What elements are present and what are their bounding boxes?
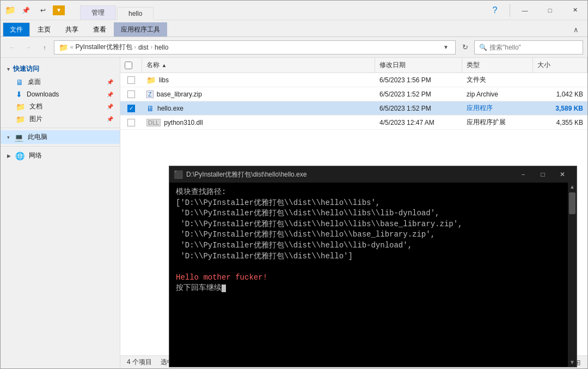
exe-icon: 🖥 bbox=[146, 104, 154, 113]
path-dropdown-button[interactable]: ▼ bbox=[441, 43, 451, 51]
sidebar-item-documents[interactable]: 📁 文档 📌 bbox=[1, 100, 120, 113]
breadcrumb-segment-2: dist bbox=[138, 44, 149, 51]
desktop-icon: 🖥 bbox=[16, 78, 23, 87]
file-name-dll: DLL python310.dll bbox=[142, 116, 375, 129]
col-header-name[interactable]: 名称 ▲ bbox=[142, 58, 375, 72]
undo-button[interactable]: ↩ bbox=[35, 3, 51, 18]
console-title-text: D:\PyInstaller优雅打包\dist\hello\hello.exe bbox=[186, 170, 513, 179]
ribbon-tab-file[interactable]: 文件 bbox=[3, 22, 30, 37]
tab-hello[interactable]: hello bbox=[117, 7, 154, 20]
console-cursor bbox=[222, 285, 226, 292]
documents-icon: 📁 bbox=[16, 102, 25, 111]
sidebar-item-network[interactable]: ▶ 🌐 网络 bbox=[1, 149, 120, 162]
file-modified-libs: 6/5/2023 1:56 PM bbox=[375, 73, 462, 87]
file-type-libs: 文件夹 bbox=[462, 73, 533, 87]
this-pc-label: 此电脑 bbox=[28, 132, 47, 142]
checkbox-dll[interactable] bbox=[127, 119, 135, 126]
checkbox-zip[interactable] bbox=[127, 90, 135, 98]
console-red-text: Hello mother fucker! bbox=[176, 273, 267, 282]
maximize-button[interactable]: □ bbox=[537, 1, 562, 20]
file-modified-exe: 6/5/2023 1:52 PM bbox=[375, 101, 462, 115]
breadcrumb-segment-1: PyInstaller优雅打包 bbox=[76, 43, 132, 52]
console-output: 模块查找路径: ['D:\\PyInstaller优雅打包\\dist\\hel… bbox=[176, 187, 570, 294]
sidebar-item-this-pc[interactable]: ▾ 💻 此电脑 bbox=[1, 130, 120, 144]
downloads-label: Downloads bbox=[27, 90, 59, 98]
col-header-modified[interactable]: 修改日期 bbox=[375, 58, 462, 72]
ribbon-tab-home[interactable]: 主页 bbox=[30, 22, 58, 37]
window-icon: 📁 bbox=[5, 5, 16, 15]
select-all-checkbox[interactable] bbox=[125, 62, 132, 69]
console-scroll-thumb[interactable] bbox=[569, 192, 575, 214]
sidebar: ▾ 快速访问 🖥 桌面 📌 ⬇ Downloads 📌 📁 文档 📌 📁 图 bbox=[1, 58, 120, 368]
breadcrumb-segment-3: hello bbox=[155, 44, 168, 51]
file-size-exe: 3,589 KB bbox=[533, 101, 587, 115]
refresh-button[interactable]: ↻ bbox=[458, 40, 472, 55]
table-row[interactable]: DLL python310.dll 4/5/2023 12:47 AM 应用程序… bbox=[120, 116, 587, 130]
documents-label: 文档 bbox=[29, 102, 42, 111]
pin-icon-desktop: 📌 bbox=[107, 79, 113, 85]
forward-button[interactable]: → bbox=[21, 40, 35, 55]
file-name-exe: 🖥 hello.exe bbox=[142, 101, 375, 115]
sidebar-divider-2 bbox=[1, 146, 120, 147]
up-button[interactable]: ↑ bbox=[38, 40, 52, 55]
sidebar-item-downloads[interactable]: ⬇ Downloads 📌 bbox=[1, 88, 120, 100]
search-input[interactable] bbox=[489, 44, 578, 51]
file-type-exe: 应用程序 bbox=[462, 101, 533, 115]
pictures-icon: 📁 bbox=[16, 115, 25, 124]
help-button[interactable]: ? bbox=[482, 1, 507, 20]
ribbon-tab-tools[interactable]: 应用程序工具 bbox=[114, 22, 167, 37]
properties-button[interactable]: ▼ bbox=[53, 5, 65, 15]
file-checkbox-dll bbox=[120, 116, 142, 129]
address-path[interactable]: 📁 « PyInstaller优雅打包 › dist › hello ▼ bbox=[54, 40, 456, 55]
col-header-type[interactable]: 类型 bbox=[462, 58, 533, 72]
dll-icon: DLL bbox=[146, 119, 161, 126]
folder-icon-libs: 📁 bbox=[146, 76, 156, 84]
file-type-dll: 应用程序扩展 bbox=[462, 116, 533, 129]
col-header-size[interactable]: 大小 bbox=[533, 58, 587, 72]
console-content: 模块查找路径: ['D:\\PyInstaller优雅打包\\dist\\hel… bbox=[169, 183, 577, 367]
console-app-icon: ⬛ bbox=[174, 170, 183, 179]
network-label: 网络 bbox=[29, 151, 42, 160]
checkbox-libs[interactable] bbox=[127, 76, 135, 84]
quick-access-arrow: ▾ bbox=[7, 66, 10, 72]
table-row[interactable]: Z base_library.zip 6/5/2023 1:52 PM zip … bbox=[120, 87, 587, 101]
minimize-button[interactable]: — bbox=[512, 1, 537, 20]
zip-icon: Z bbox=[146, 90, 154, 98]
sidebar-divider-1 bbox=[1, 128, 120, 128]
file-modified-dll: 4/5/2023 12:47 AM bbox=[375, 116, 462, 129]
pictures-label: 图片 bbox=[29, 114, 42, 124]
file-checkbox-exe: ✓ bbox=[120, 101, 142, 115]
this-pc-arrow: ▾ bbox=[7, 135, 10, 140]
ribbon-tab-view[interactable]: 查看 bbox=[86, 22, 113, 37]
back-button[interactable]: ← bbox=[5, 40, 19, 55]
search-icon: 🔍 bbox=[479, 44, 487, 51]
column-header: 名称 ▲ 修改日期 类型 大小 bbox=[120, 58, 587, 73]
console-maximize-button[interactable]: □ bbox=[533, 167, 553, 182]
network-icon: 🌐 bbox=[15, 152, 24, 160]
table-row[interactable]: 📁 libs 6/5/2023 1:56 PM 文件夹 bbox=[120, 73, 587, 87]
title-tab-area: 管理 hello bbox=[69, 1, 482, 20]
pin-icon-documents: 📌 bbox=[107, 104, 113, 110]
table-row[interactable]: ✓ 🖥 hello.exe 6/5/2023 1:52 PM 应用程序 3,58… bbox=[120, 101, 587, 116]
downloads-icon: ⬇ bbox=[16, 90, 22, 99]
sidebar-item-pictures[interactable]: 📁 图片 📌 bbox=[1, 113, 120, 125]
file-name-zip: Z base_library.zip bbox=[142, 87, 375, 101]
quick-access-label: 快速访问 bbox=[13, 64, 39, 74]
title-bar: 📁 📌 ↩ ▼ 管理 hello ? — □ ✕ bbox=[1, 1, 587, 20]
ribbon-expand-button[interactable]: ∧ bbox=[569, 22, 583, 37]
tab-manage[interactable]: 管理 bbox=[80, 5, 116, 20]
sidebar-item-desktop[interactable]: 🖥 桌面 📌 bbox=[1, 76, 120, 88]
title-bar-left: 📁 📌 ↩ ▼ bbox=[1, 1, 69, 20]
sidebar-section-quick-access[interactable]: ▾ 快速访问 bbox=[1, 62, 120, 76]
ribbon-tab-share[interactable]: 共享 bbox=[58, 22, 85, 37]
console-scrollbar[interactable]: ▲ ▼ bbox=[568, 183, 577, 367]
ribbon-tabs: 文件 主页 共享 查看 应用程序工具 ∧ bbox=[1, 20, 587, 37]
console-close-button[interactable]: ✕ bbox=[553, 167, 572, 182]
breadcrumb-chevron-3: › bbox=[151, 44, 152, 50]
checkbox-exe[interactable]: ✓ bbox=[127, 105, 135, 112]
pin-button[interactable]: 📌 bbox=[18, 3, 33, 18]
close-button[interactable]: ✕ bbox=[562, 1, 587, 20]
network-arrow: ▶ bbox=[7, 153, 11, 159]
file-size-libs bbox=[533, 73, 587, 87]
console-minimize-button[interactable]: － bbox=[513, 167, 533, 182]
